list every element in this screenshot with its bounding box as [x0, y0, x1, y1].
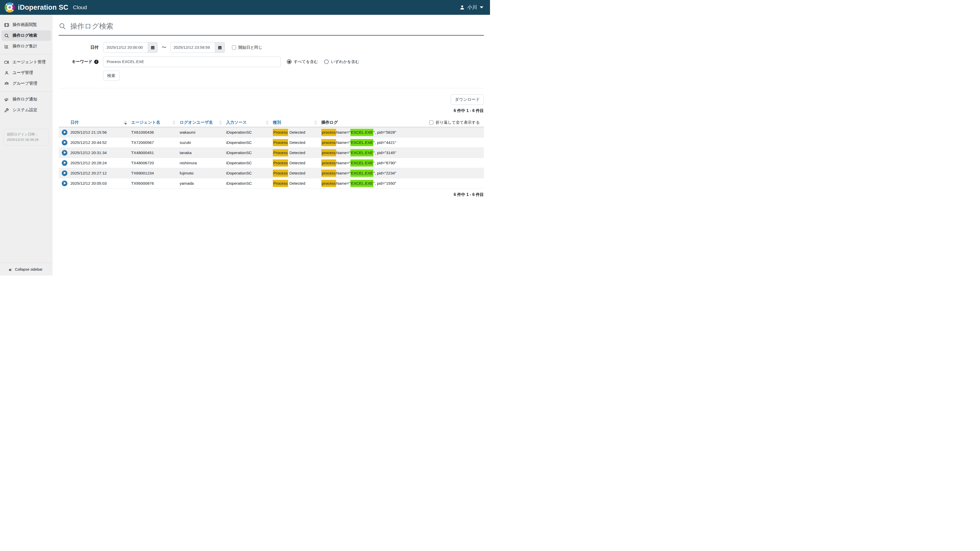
- keyword-input[interactable]: [103, 56, 281, 67]
- section-divider: [59, 88, 484, 88]
- cell-operation-log: processName="EXCEL.EXE", pid="4421": [321, 139, 484, 146]
- keyword-highlight-green: EXCEL.EXE: [350, 129, 373, 136]
- cell-source: iDoperationSC: [226, 140, 273, 145]
- wrap-all-checkbox-group[interactable]: 折り返して全て表示する: [429, 120, 480, 125]
- sidebar-item-agent-management[interactable]: エージェント管理: [2, 57, 51, 67]
- download-row: ダウンロード: [59, 94, 484, 105]
- sort-icons: [219, 121, 222, 125]
- cell-user: wakaumi: [180, 130, 226, 135]
- download-button[interactable]: ダウンロード: [451, 94, 484, 105]
- table-row: 2025/12/12 20:44:52 TX72000567 suzuki iD…: [59, 138, 484, 148]
- column-header-agent[interactable]: エージェント名: [131, 120, 180, 125]
- sort-icons: [172, 121, 176, 125]
- date-range-separator: 〜: [162, 44, 166, 51]
- play-button[interactable]: [62, 170, 67, 176]
- user-icon: [460, 5, 465, 10]
- sidebar-item-label: 操作ログ通知: [13, 97, 37, 102]
- search-form: 日付: [59, 42, 484, 81]
- keyword-highlight-orange: process: [321, 129, 336, 136]
- info-icon[interactable]: i: [94, 60, 99, 64]
- play-button[interactable]: [62, 160, 67, 166]
- cell-source: iDoperationSC: [226, 151, 273, 155]
- table-row: 2025/12/12 20:31:34 TX48000451 tanaka iD…: [59, 148, 484, 158]
- sidebar-item-system-settings[interactable]: システム設定: [2, 105, 51, 115]
- sidebar-item-group-management[interactable]: グループ管理: [2, 78, 51, 89]
- cell-operation-log: processName="EXCEL.EXE", pid="1550": [321, 180, 484, 187]
- collapse-sidebar-button[interactable]: « Collapse sidebar: [0, 263, 52, 275]
- match-any-radio-group[interactable]: いずれかを含む: [324, 59, 360, 65]
- match-all-radio-group[interactable]: すべてを含む: [287, 59, 318, 65]
- cell-agent: TX48006720: [131, 161, 180, 165]
- page-title: 操作ログ検索: [59, 21, 484, 31]
- cell-agent: TX89001234: [131, 171, 180, 176]
- cell-operation-log: processName="EXCEL.EXE", pid="2234": [321, 170, 484, 177]
- brand: iDoperation SC Cloud: [5, 2, 87, 13]
- play-button[interactable]: [62, 140, 67, 145]
- sidebar-item-user-management[interactable]: ユーザ管理: [2, 68, 51, 78]
- double-chevron-left-icon: «: [9, 267, 12, 272]
- collapse-sidebar-label: Collapse sidebar: [15, 267, 43, 272]
- keyword-highlight-green: EXCEL.EXE: [350, 149, 373, 156]
- cell-operation-log: processName="EXCEL.EXE", pid="6790": [321, 159, 484, 167]
- sidebar-item-screen-view[interactable]: 操作画面閲覧: [2, 20, 51, 30]
- last-login-value: 2025/12/10 16:39:29: [7, 137, 46, 143]
- cell-operation-log: processName="EXCEL.EXE", pid="3145": [321, 149, 484, 156]
- play-button[interactable]: [62, 150, 67, 156]
- cell-operation-log: processName="EXCEL.EXE", pid="5828": [321, 129, 484, 136]
- sidebar-item-log-search[interactable]: 操作ログ検索: [2, 30, 51, 41]
- column-header-kind[interactable]: 種別: [273, 120, 321, 125]
- sidebar-item-label: 操作ログ集計: [13, 44, 37, 49]
- keyword-highlight-green: EXCEL.EXE: [350, 180, 373, 187]
- calendar-icon: [218, 45, 222, 50]
- cell-source: iDoperationSC: [226, 181, 273, 186]
- same-start-day-checkbox-group[interactable]: 開始日と同じ: [232, 45, 262, 50]
- keyword-highlight-orange: process: [321, 139, 336, 146]
- cell-user: suzuki: [180, 140, 226, 145]
- keyword-highlight-orange: process: [321, 149, 336, 156]
- table-row: 2025/12/12 20:05:03 TX95000876 yamada iD…: [59, 178, 484, 189]
- search-icon: [59, 22, 66, 30]
- table-row: 2025/12/12 20:28:24 TX48006720 nishimura…: [59, 158, 484, 168]
- same-start-day-label: 開始日と同じ: [239, 45, 262, 50]
- sidebar-item-label: エージェント管理: [13, 59, 46, 65]
- cell-date: 2025/12/12 20:27:12: [70, 171, 131, 176]
- sort-icons: [124, 121, 127, 125]
- search-button[interactable]: 検索: [103, 71, 119, 81]
- keyword-highlight-orange: process: [321, 159, 336, 167]
- table-header: 日付 エージェント名 ログオンユーザ名 入力ソース 種別: [59, 118, 484, 127]
- column-header-logon-user[interactable]: ログオンユーザ名: [180, 120, 226, 125]
- brand-name: iDoperation SC: [18, 3, 68, 11]
- wrap-all-checkbox[interactable]: [429, 121, 433, 124]
- date-to-calendar-button[interactable]: [215, 42, 224, 52]
- column-header-input-source[interactable]: 入力ソース: [226, 120, 273, 125]
- keyword-highlight-green: EXCEL.EXE: [350, 170, 373, 177]
- same-start-day-checkbox[interactable]: [232, 45, 236, 49]
- date-from-calendar-button[interactable]: [148, 42, 158, 52]
- match-any-radio[interactable]: [324, 59, 329, 64]
- cell-kind: Process Detected: [273, 129, 321, 136]
- sidebar-item-label: システム設定: [13, 107, 38, 113]
- play-button[interactable]: [62, 130, 67, 135]
- sort-desc-active-icon: [124, 123, 127, 125]
- keyword-highlight-green: EXCEL.EXE: [350, 159, 373, 167]
- play-button[interactable]: [62, 181, 67, 186]
- sidebar-item-label: 操作ログ検索: [13, 33, 37, 38]
- sidebar-item-log-aggregate[interactable]: 操作ログ集計: [2, 41, 51, 52]
- cell-agent: TX48000451: [131, 151, 180, 155]
- sidebar-divider: [0, 91, 52, 92]
- date-from-input[interactable]: [103, 42, 148, 52]
- app-logo-icon: [5, 2, 15, 13]
- sidebar-nav: 操作画面閲覧 操作ログ検索 操作ログ集計: [0, 15, 52, 115]
- cell-user: tanaka: [180, 151, 226, 155]
- search-button-row: 検索: [103, 71, 484, 81]
- table-row: 2025/12/12 20:27:12 TX89001234 fujimoto …: [59, 168, 484, 178]
- match-all-radio[interactable]: [287, 59, 291, 64]
- user-menu[interactable]: 小川: [460, 4, 484, 11]
- cell-kind: Process Detected: [273, 170, 321, 177]
- cell-source: iDoperationSC: [226, 171, 273, 176]
- sidebar-item-log-notification[interactable]: 操作ログ通知: [2, 94, 51, 105]
- brand-suffix: Cloud: [73, 4, 87, 11]
- cell-source: iDoperationSC: [226, 161, 273, 165]
- date-to-input[interactable]: [170, 42, 215, 52]
- column-header-date[interactable]: 日付: [70, 120, 131, 125]
